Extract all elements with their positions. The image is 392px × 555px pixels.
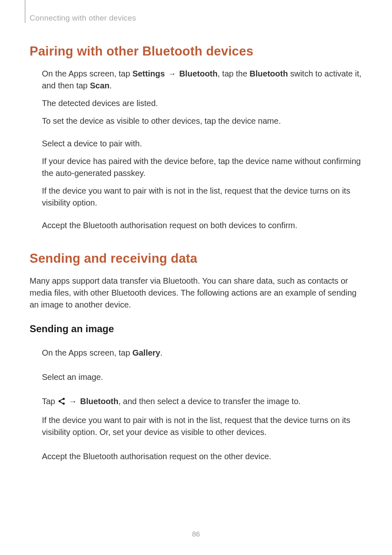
arrow-icon: → — [66, 397, 80, 406]
step-text: On the Apps screen, tap Settings → Bluet… — [42, 68, 362, 92]
section-title-sending: Sending and receiving data — [30, 251, 362, 266]
step-text: If your device has paired with the devic… — [42, 155, 362, 179]
breadcrumb: Connecting with other devices — [30, 14, 362, 23]
text: . — [160, 348, 163, 357]
page-number: 86 — [0, 530, 392, 539]
step-text: Tap → Bluetooth, and then select a devic… — [42, 395, 362, 409]
step-text: Select an image. — [42, 371, 362, 383]
step-text: On the Apps screen, tap Gallery. — [42, 347, 362, 359]
step-text: Select a device to pair with. — [42, 138, 362, 150]
pairing-steps: On the Apps screen, tap Settings → Bluet… — [30, 68, 362, 231]
step-text: The detected devices are listed. — [42, 97, 362, 109]
step-text: Accept the Bluetooth authorisation reque… — [42, 220, 362, 231]
bold-text: Bluetooth — [249, 69, 288, 78]
bold-text: Gallery — [132, 348, 160, 357]
page: Connecting with other devices Pairing wi… — [0, 0, 392, 555]
step-text: If the device you want to pair with is n… — [42, 414, 362, 438]
step-text: If the device you want to pair with is n… — [42, 185, 362, 209]
section-lead: Many apps support data transfer via Blue… — [30, 275, 362, 311]
header-rule — [25, 0, 25, 23]
step-text: To set the device as visible to other de… — [42, 115, 362, 127]
text: Tap — [42, 397, 58, 406]
text: On the Apps screen, tap — [42, 69, 132, 78]
bold-text: Settings — [132, 69, 165, 78]
sending-steps: On the Apps screen, tap Gallery. Select … — [30, 347, 362, 462]
text: , tap the — [217, 69, 249, 78]
bold-text: Scan — [90, 81, 110, 90]
section-title-pairing: Pairing with other Bluetooth devices — [30, 44, 362, 59]
text: . — [110, 81, 112, 90]
step-text: Accept the Bluetooth authorisation reque… — [42, 451, 362, 462]
share-icon — [58, 397, 66, 409]
text: On the Apps screen, tap — [42, 348, 132, 357]
subsection-title: Sending an image — [30, 323, 362, 335]
text: , and then select a device to transfer t… — [118, 397, 301, 406]
arrow-icon: → — [165, 69, 179, 78]
bold-text: Bluetooth — [179, 69, 217, 78]
bold-text: Bluetooth — [80, 397, 118, 406]
